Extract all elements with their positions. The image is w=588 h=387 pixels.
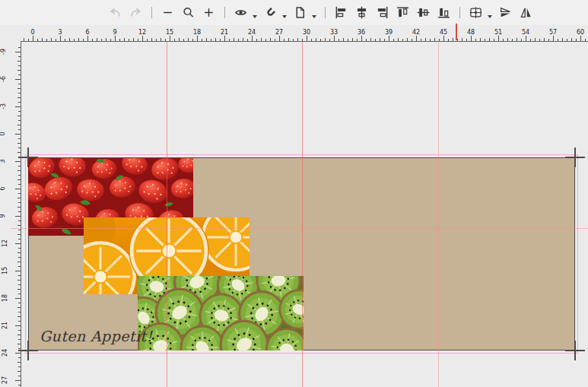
- undo-button[interactable]: [107, 4, 123, 22]
- toolbar-items: [107, 4, 534, 22]
- align-top-icon: [396, 6, 409, 19]
- vertical-guide[interactable]: [167, 42, 167, 387]
- toolbar-separator: [459, 7, 460, 18]
- align-left-icon: [335, 6, 348, 19]
- toolbar: [0, 0, 588, 25]
- vertical-guide[interactable]: [438, 42, 439, 387]
- visibility-button[interactable]: [233, 4, 249, 22]
- redo-button[interactable]: [128, 4, 144, 22]
- align-right-icon: [376, 6, 389, 19]
- page-icon: [294, 6, 307, 19]
- zoom-in-button[interactable]: [201, 4, 217, 22]
- flip-horizontal-icon: [520, 6, 532, 19]
- align-middle-vertical-icon: [417, 6, 430, 19]
- align-bottom-icon: [437, 6, 450, 19]
- toolbar-separator: [224, 7, 225, 18]
- ruler-cursor-indicator: [456, 24, 457, 40]
- align-bottom-button[interactable]: [436, 4, 452, 22]
- align-left-button[interactable]: [333, 4, 349, 22]
- snap-dropdown-caret[interactable]: [282, 15, 287, 18]
- flip-horizontal-button[interactable]: [518, 4, 534, 22]
- canvas-workarea[interactable]: Guten Appetit!: [0, 25, 588, 387]
- align-top-button[interactable]: [395, 4, 411, 22]
- flip-vertical-button[interactable]: [497, 4, 513, 22]
- design-application-window: 03691215182124273033363942454851545760 -…: [0, 0, 588, 387]
- zoom-tool-button[interactable]: [180, 4, 196, 22]
- caption-text[interactable]: Guten Appetit!: [40, 328, 152, 344]
- flip-vertical-icon: [499, 6, 512, 19]
- center-on-page-dropdown-caret[interactable]: [488, 15, 492, 18]
- align-right-button[interactable]: [374, 4, 390, 22]
- align-center-horizontal-button[interactable]: [354, 4, 370, 22]
- align-center-horizontal-icon: [355, 6, 368, 19]
- horizontal-guide[interactable]: [11, 228, 588, 229]
- page-setup-dropdown-caret[interactable]: [312, 15, 316, 18]
- snap-button[interactable]: [262, 4, 278, 22]
- visibility-dropdown-caret[interactable]: [253, 15, 257, 18]
- kiwis-photo[interactable]: [138, 276, 304, 351]
- eye-icon: [234, 6, 247, 19]
- minus-icon: [161, 6, 174, 19]
- align-middle-vertical-button[interactable]: [415, 4, 431, 22]
- plus-icon: [202, 6, 215, 19]
- zoom-out-button[interactable]: [160, 4, 176, 22]
- kiwis-illustration: [138, 276, 304, 351]
- magnet-icon: [264, 6, 277, 19]
- toolbar-separator: [325, 7, 326, 18]
- magnifier-icon: [182, 6, 195, 19]
- center-on-page-icon: [469, 6, 482, 19]
- redo-icon: [129, 6, 142, 19]
- vertical-guide[interactable]: [302, 42, 303, 387]
- page-setup-button[interactable]: [292, 4, 308, 22]
- toolbar-separator: [151, 7, 152, 18]
- undo-icon: [109, 6, 122, 19]
- center-on-page-button[interactable]: [468, 4, 484, 22]
